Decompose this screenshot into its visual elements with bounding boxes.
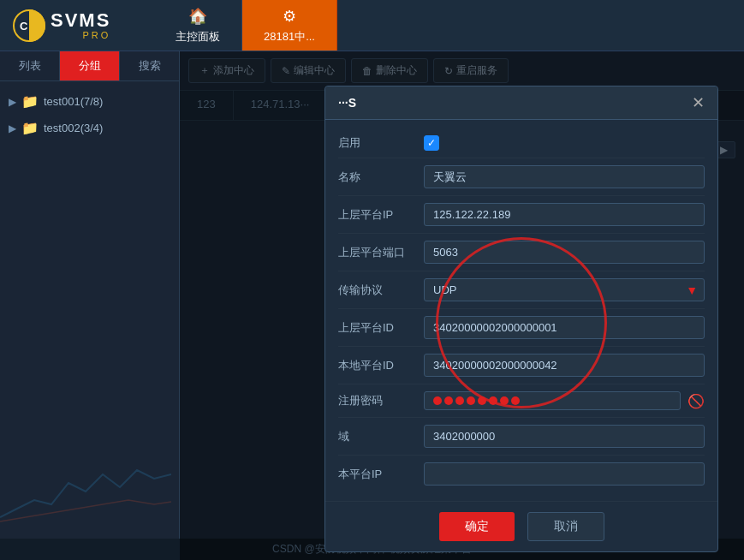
chevron-right-icon-2: ▶ (9, 122, 16, 134)
modal-body: 启用 ✓ 名称 上层平台IP 上层平台端口 (325, 120, 717, 501)
transport-label: 传输协议 (338, 283, 424, 298)
sidebar-tab-list[interactable]: 列表 (0, 51, 60, 80)
logo-svms: SVMS (51, 11, 110, 30)
tree-item-label-2: test002(3/4) (44, 122, 103, 134)
name-input[interactable] (424, 165, 705, 188)
tree-item-label: test001(7/8) (44, 95, 103, 108)
enable-checkbox[interactable]: ✓ (424, 135, 439, 151)
modal-dialog: ···S ✕ 启用 ✓ 名称 上层平台 (324, 86, 718, 552)
form-row-upper-id: 上层平台ID (338, 309, 705, 347)
dashboard-label: 主控面板 (176, 29, 220, 45)
bg-chart-decoration (0, 457, 171, 526)
form-row-domain: 域 (338, 418, 705, 456)
logo-circle: C (13, 9, 45, 42)
settings-icon: ⚙ (283, 7, 296, 26)
transport-select[interactable]: UDP TCP (424, 278, 705, 301)
name-label: 名称 (338, 170, 424, 185)
pw-dot-2 (444, 396, 453, 405)
form-row-local-ip: 本平台IP (338, 456, 705, 492)
dashboard-icon: 🏠 (188, 7, 207, 26)
upper-port-label: 上层平台端口 (338, 245, 424, 260)
sidebar-tabs: 列表 分组 搜索 (0, 51, 179, 81)
form-row-password: 注册密码 🚫 (338, 384, 705, 418)
settings-nav-btn[interactable]: ⚙ 28181中... (242, 0, 337, 51)
form-row-upper-ip: 上层平台IP (338, 196, 705, 234)
logo-area: C SVMS PRO (0, 0, 154, 51)
transport-select-wrapper: UDP TCP ▼ (424, 278, 705, 301)
password-label: 注册密码 (338, 393, 424, 408)
folder-icon: 📁 (21, 93, 39, 110)
modal-header: ···S ✕ (325, 86, 717, 120)
folder-icon-2: 📁 (21, 120, 39, 136)
pw-dot-4 (467, 396, 475, 405)
domain-input[interactable] (424, 425, 705, 448)
form-row-local-id: 本地平台ID (338, 347, 705, 384)
logo-text: SVMS PRO (51, 11, 110, 40)
local-id-input[interactable] (424, 354, 705, 377)
confirm-button[interactable]: 确定 (439, 512, 515, 541)
modal-overlay: ···S ✕ 启用 ✓ 名称 上层平台 (180, 51, 744, 560)
local-ip-input[interactable] (424, 462, 705, 486)
form-row-enable: 启用 ✓ (338, 128, 705, 158)
upper-ip-label: 上层平台IP (338, 207, 424, 223)
password-row: 🚫 (424, 391, 705, 410)
settings-label: 28181中... (264, 29, 315, 45)
sidebar-tree: ▶ 📁 test001(7/8) ▶ 📁 test002(3/4) (0, 81, 179, 328)
form-row-upper-port: 上层平台端口 (338, 234, 705, 271)
upper-id-label: 上层平台ID (338, 320, 424, 336)
sidebar-background (0, 328, 179, 561)
modal-title: ···S (338, 96, 356, 110)
upper-id-input[interactable] (424, 316, 705, 339)
domain-label: 域 (338, 429, 424, 444)
sidebar: 列表 分组 搜索 ▶ 📁 test001(7/8) ▶ 📁 test002(3/… (0, 51, 180, 560)
tree-item-test001[interactable]: ▶ 📁 test001(7/8) (0, 88, 179, 115)
enable-label: 启用 (338, 135, 424, 151)
local-id-label: 本地平台ID (338, 358, 424, 373)
password-field[interactable] (424, 391, 681, 410)
modal-footer: 确定 取消 (325, 501, 717, 551)
pw-dot-6 (489, 396, 497, 405)
cancel-button[interactable]: 取消 (527, 512, 604, 541)
pw-dot-7 (500, 396, 509, 405)
content-area: ＋ 添加中心 ✎ 编辑中心 🗑 删除中心 ↻ 重启服务 123 124.71.1… (180, 51, 744, 560)
sidebar-tab-group[interactable]: 分组 (60, 51, 120, 80)
pw-dot-8 (511, 396, 520, 405)
upper-port-input[interactable] (424, 241, 705, 264)
toggle-password-icon[interactable]: 🚫 (687, 393, 705, 409)
modal-close-button[interactable]: ✕ (692, 95, 705, 110)
dashboard-nav-btn[interactable]: 🏠 主控面板 (154, 0, 242, 51)
form-row-name: 名称 (338, 158, 705, 196)
pw-dot-3 (455, 396, 464, 405)
pw-dot-1 (433, 396, 442, 405)
tree-item-test002[interactable]: ▶ 📁 test002(3/4) (0, 115, 179, 141)
sidebar-tab-search[interactable]: 搜索 (120, 51, 179, 80)
chevron-right-icon: ▶ (9, 96, 16, 108)
upper-ip-input[interactable] (424, 203, 705, 226)
form-row-transport: 传输协议 UDP TCP ▼ (338, 271, 705, 309)
local-ip-label: 本平台IP (338, 467, 424, 482)
pw-dot-5 (478, 396, 486, 405)
svg-text:C: C (20, 20, 28, 33)
logo-pro: PRO (51, 30, 110, 40)
